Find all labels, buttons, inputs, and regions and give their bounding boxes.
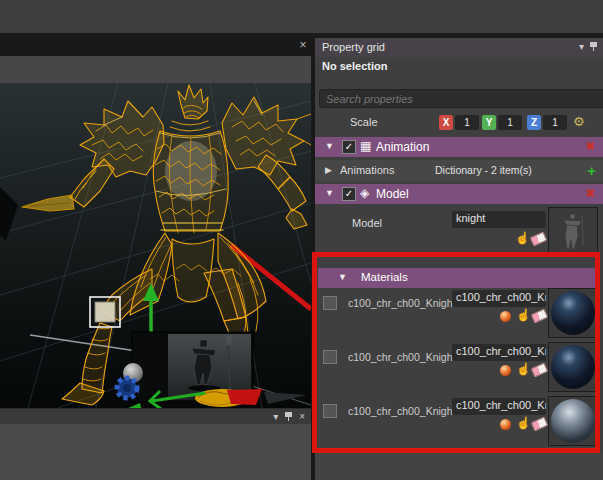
selection-status: No selection [322, 60, 387, 72]
model-section-title: Model [376, 187, 409, 201]
eraser-icon[interactable] [530, 231, 548, 246]
model-label: Model [352, 217, 382, 229]
model-diamond-icon: ◈ [360, 186, 369, 200]
animations-value: Dictionary - 2 item(s) [435, 164, 532, 176]
gear-icon[interactable]: ⚙ [573, 114, 585, 129]
add-animation-icon[interactable]: + [587, 162, 596, 179]
animations-row[interactable]: ▶ Animations Dictionary - 2 item(s) + [315, 160, 603, 181]
search-input[interactable] [319, 89, 603, 108]
top-toolbar-strip [0, 0, 603, 33]
chevron-right-icon[interactable]: ▶ [325, 165, 332, 175]
panel-collapse-icon[interactable]: ▾ [579, 41, 584, 52]
panel-pin-icon[interactable] [590, 42, 597, 47]
scale-z-input[interactable]: 1 [543, 115, 567, 130]
remove-model-icon[interactable]: ✖ [586, 187, 595, 200]
panel-footer-strip [315, 453, 603, 480]
animations-label: Animations [340, 164, 394, 176]
scale-row: Scale X 1 Y 1 Z 1 ⚙ [315, 112, 603, 133]
viewport-toolbar-strip [0, 56, 311, 83]
materials-highlight-annotation [312, 252, 600, 453]
axis-x-badge: X [439, 115, 453, 130]
scene-tab-bar [0, 33, 311, 56]
axis-y-badge: Y [482, 115, 496, 130]
selection-highlight-box [90, 297, 120, 327]
chevron-down-icon[interactable]: ▼ [325, 141, 334, 151]
animation-section-title: Animation [376, 140, 429, 154]
bottom-panel-collapse-icon[interactable]: ▾ [273, 411, 278, 422]
model-field[interactable]: knight [452, 211, 546, 228]
remove-animation-icon[interactable]: ✖ [586, 140, 595, 153]
bottom-panel-pin-icon[interactable] [285, 412, 292, 417]
panel-title: Property grid [322, 41, 385, 53]
animation-section-header[interactable]: ▼ ✓ ▦ Animation ✖ [315, 137, 603, 157]
model-enabled-checkbox[interactable]: ✓ [342, 187, 356, 201]
axis-z-badge: Z [527, 115, 541, 130]
model-section-header[interactable]: ▼ ✓ ◈ Model ✖ [315, 184, 603, 204]
model-row: Model knight ☝ [315, 207, 603, 256]
editor-window: × [0, 0, 603, 480]
asset-browser [0, 424, 311, 480]
knight-thumbnail-figure [549, 208, 597, 253]
bottom-panel-close-icon[interactable]: × [299, 411, 305, 422]
scale-x-input[interactable]: 1 [455, 115, 479, 130]
bottom-panel-titlebar: ▾ × [0, 408, 311, 425]
scale-label: Scale [350, 116, 378, 128]
scale-y-input[interactable]: 1 [498, 115, 522, 130]
scene-tab-close-icon[interactable]: × [296, 38, 310, 52]
animation-enabled-checkbox[interactable]: ✓ [342, 140, 356, 154]
scene-viewport[interactable] [0, 83, 311, 408]
model-thumbnail[interactable] [548, 207, 598, 254]
property-grid-titlebar: Property grid ▾ [315, 38, 603, 57]
gizmo-red-plane [227, 389, 262, 405]
chevron-down-icon[interactable]: ▼ [325, 188, 334, 198]
film-icon: ▦ [360, 139, 371, 153]
viewport-canvas [0, 83, 311, 408]
hand-picker-icon[interactable]: ☝ [515, 231, 530, 245]
